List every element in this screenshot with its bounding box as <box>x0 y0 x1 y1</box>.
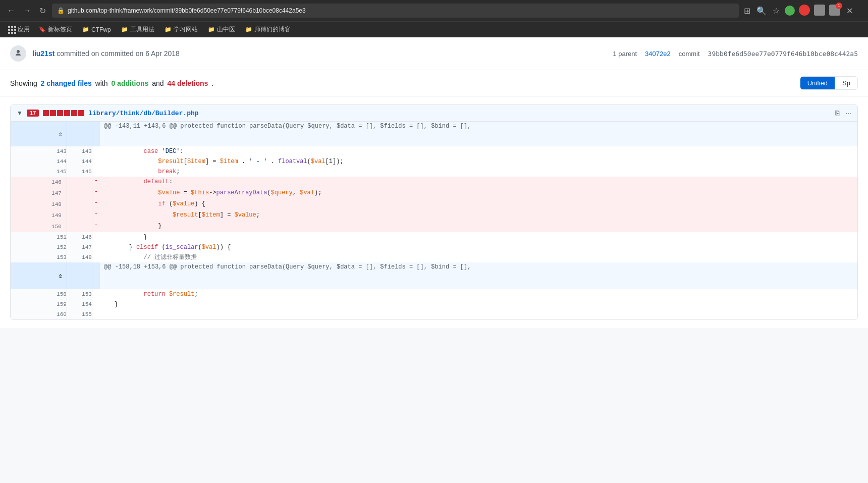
table-row: 159 154 } <box>11 299 857 309</box>
table-row: 153 148 // 过滤非标量数据 <box>11 252 857 262</box>
line-content: } <box>100 221 857 232</box>
bookmark-medicine[interactable]: 📁 山中医 <box>204 24 239 35</box>
line-content: // 过滤非标量数据 <box>100 252 857 262</box>
commit-hash-text: 39bb0fe6d50ee77e0779f646b10bce08c442a5 <box>708 50 858 58</box>
line-num-old: 143 <box>11 146 67 156</box>
diff-marker <box>92 167 100 177</box>
line-content: $result[$item] = $item . ' - ' . floatva… <box>100 156 857 167</box>
commit-label: commit <box>679 50 700 58</box>
diff-summary-text: Showing 2 changed files with 0 additions… <box>10 79 213 87</box>
table-row: 146 - default: <box>11 177 857 188</box>
commit-header: liu21st committed on committed on 6 Apr … <box>0 37 868 70</box>
translate-button[interactable]: ⊞ <box>743 5 751 17</box>
showing-label: Showing <box>10 79 37 87</box>
back-button[interactable]: ← <box>5 5 17 16</box>
line-num-old: 146 <box>11 177 67 188</box>
star-button[interactable]: ☆ <box>772 5 781 17</box>
more-options-button[interactable]: ··· <box>845 109 851 117</box>
bookmark-icon-tools: 📁 <box>121 26 128 33</box>
hunk-expand-icon-1[interactable]: ⇕ <box>11 122 67 146</box>
bookmark-ctfwp[interactable]: 📁 CTFwp <box>78 25 115 34</box>
diff-marker: - <box>92 188 100 199</box>
url-bar[interactable]: 🔒 github.com/top-think/framework/commit/… <box>52 4 739 18</box>
line-num-old: 153 <box>11 252 67 262</box>
diff-marker <box>92 242 100 252</box>
browser-chrome: ← → ↻ 🔒 github.com/top-think/framework/c… <box>0 0 868 37</box>
search-button[interactable]: 🔍 <box>755 5 768 17</box>
line-content: if ($value) { <box>100 199 857 210</box>
changed-files-link[interactable]: 2 changed files <box>41 79 92 87</box>
author-avatar <box>10 45 26 62</box>
commit-author[interactable]: liu21st <box>32 49 55 58</box>
forward-button[interactable]: → <box>21 5 33 16</box>
parent-hash-link[interactable]: 34072e2 <box>645 50 671 58</box>
table-row: 145 145 break; <box>11 167 857 177</box>
line-num-old: 147 <box>11 188 67 199</box>
file-header: ▼ 17 library/think/db/Builder.php ⎘ ··· <box>11 105 857 122</box>
line-num-new: 155 <box>67 309 92 319</box>
diff-table: ⇕ @@ -143,11 +143,6 @@ protected functio… <box>11 122 857 319</box>
line-num-old: 150 <box>11 221 67 232</box>
table-row: 148 - if ($value) { <box>11 199 857 210</box>
copy-path-button[interactable]: ⎘ <box>835 109 839 117</box>
diff-marker <box>92 289 100 299</box>
browser-topbar: ← → ↻ 🔒 github.com/top-think/framework/c… <box>0 0 868 21</box>
line-num-old: 145 <box>11 167 67 177</box>
bookmark-learning[interactable]: 📁 学习网站 <box>160 24 202 35</box>
bookmark-label-tools: 工具用法 <box>130 25 154 34</box>
table-row: 149 - $result[$item] = $value; <box>11 210 857 221</box>
collapse-button[interactable]: ▼ <box>17 110 23 117</box>
period: . <box>211 79 213 87</box>
bookmark-icon-master-blog: 📁 <box>245 26 252 33</box>
line-content: } <box>100 299 857 309</box>
additions-count: 0 additions <box>111 79 148 87</box>
table-row: 150 - } <box>11 221 857 232</box>
hunk-expand-2[interactable]: ⇕ @@ -158,18 +153,6 @@ protected functio… <box>11 262 857 289</box>
line-num-new: 146 <box>67 232 92 242</box>
bookmark-label-learning: 学习网站 <box>174 25 198 34</box>
diff-marker: - <box>92 199 100 210</box>
line-num-new: 148 <box>67 252 92 262</box>
bookmark-label-master-blog: 师傅们的博客 <box>254 25 291 34</box>
and-label: and <box>152 79 164 87</box>
diff-marker: - <box>92 221 100 232</box>
commit-action: committed on <box>57 49 99 58</box>
line-content: $value = $this->parseArrayData($query, $… <box>100 188 857 199</box>
line-content: default: <box>100 177 857 188</box>
line-num-old: 152 <box>11 242 67 252</box>
expand-icon-2[interactable]: ⇕ <box>11 262 67 289</box>
bookmark-tools[interactable]: 📁 工具用法 <box>117 24 158 35</box>
bookmark-icon-new-tab: 🔖 <box>39 26 46 33</box>
table-row: 152 147 } elseif (is_scalar($val)) { <box>11 242 857 252</box>
bookmark-master-blog[interactable]: 📁 师傅们的博客 <box>241 24 295 35</box>
line-content: } <box>100 232 857 242</box>
deletion-blocks <box>43 110 84 116</box>
avatar-red <box>799 5 810 17</box>
line-num-old: 144 <box>11 156 67 167</box>
line-content: } elseif (is_scalar($val)) { <box>100 242 857 252</box>
bookmark-label-new-tab: 新标签页 <box>48 25 72 34</box>
reload-button[interactable]: ↻ <box>37 5 48 17</box>
expand-arrows-icon: ⇕ <box>58 130 62 138</box>
page-content: liu21st committed on committed on 6 Apr … <box>0 37 868 328</box>
line-num-old: 159 <box>11 299 67 309</box>
file-name-link[interactable]: library/think/db/Builder.php <box>88 110 198 117</box>
line-num-new: 147 <box>67 242 92 252</box>
bookmark-new-tab[interactable]: 🔖 新标签页 <box>35 24 76 35</box>
split-view-button[interactable]: Sp <box>835 77 857 89</box>
diff-marker <box>92 252 100 262</box>
file-changed-count: 17 <box>27 110 39 117</box>
unified-view-button[interactable]: Unified <box>800 77 835 89</box>
line-num-new <box>67 210 92 221</box>
line-content: return $result; <box>100 289 857 299</box>
line-num-new: 143 <box>67 146 92 156</box>
apps-label: 应用 <box>18 25 30 34</box>
line-num-new <box>67 188 92 199</box>
apps-button[interactable]: 应用 <box>5 24 33 35</box>
bookmark-icon-learning: 📁 <box>165 26 172 33</box>
close-button[interactable]: ✕ <box>844 5 855 17</box>
line-content: $result[$item] = $value; <box>100 210 857 221</box>
deletions-count: 44 deletions <box>167 79 208 87</box>
line-num-old: 149 <box>11 210 67 221</box>
status-green-icon <box>785 6 795 16</box>
